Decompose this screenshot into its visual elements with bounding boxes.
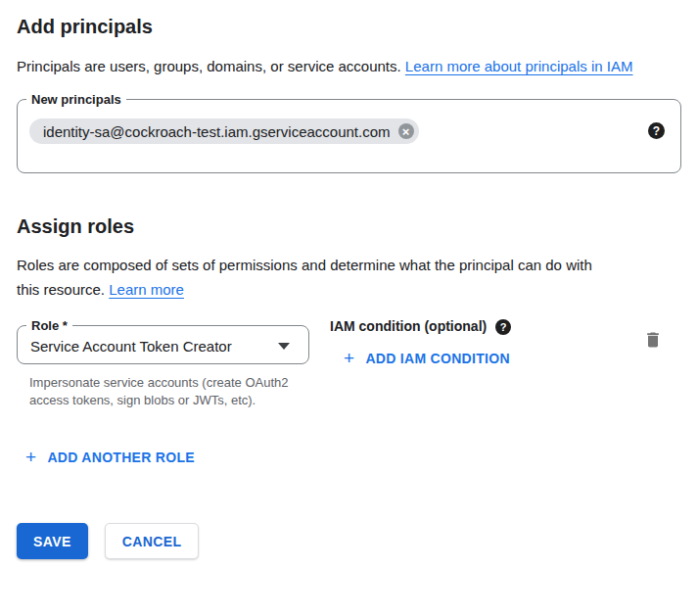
principal-chip: identity-sa@cockroach-test.iam.gservicea… (29, 118, 419, 144)
role-selected-value: Service Account Token Creator (30, 338, 232, 355)
arrow-drop-down-icon (278, 343, 290, 350)
add-iam-condition-button[interactable]: + ADD IAM CONDITION (344, 350, 510, 367)
iam-condition-label: IAM condition (optional) (330, 318, 487, 335)
action-buttons: SAVE CANCEL (17, 523, 681, 559)
trash-icon (643, 330, 663, 350)
assign-roles-title: Assign roles (17, 214, 681, 238)
principal-chip-label: identity-sa@cockroach-test.iam.gservicea… (43, 123, 391, 140)
role-select[interactable]: Role * Service Account Token Creator (17, 325, 309, 364)
roles-description: Roles are composed of sets of permission… (17, 253, 614, 302)
add-iam-condition-label: ADD IAM CONDITION (365, 351, 509, 366)
iam-condition-column: IAM condition (optional) ? + ADD IAM CON… (330, 318, 511, 368)
roles-description-text: Roles are composed of sets of permission… (17, 257, 592, 298)
save-button[interactable]: SAVE (17, 523, 88, 559)
add-another-role-label: ADD ANOTHER ROLE (47, 450, 195, 465)
new-principals-field[interactable]: New principals identity-sa@cockroach-tes… (17, 99, 681, 173)
role-label: Role * (26, 318, 72, 333)
new-principals-label: New principals (26, 92, 126, 107)
learn-more-principals-link[interactable]: Learn more about principals in IAM (405, 58, 633, 74)
role-row: Role * Service Account Token Creator Imp… (17, 318, 681, 409)
principals-description-text: Principals are users, groups, domains, o… (17, 58, 401, 74)
page-title: Add principals (17, 15, 681, 38)
new-principals-help-icon[interactable]: ? (648, 122, 665, 139)
principals-description: Principals are users, groups, domains, o… (17, 54, 663, 78)
cancel-button[interactable]: CANCEL (105, 523, 200, 559)
learn-more-roles-link[interactable]: Learn more (109, 281, 184, 298)
plus-icon: + (344, 350, 354, 367)
delete-column (643, 318, 681, 354)
add-another-role-button[interactable]: + ADD ANOTHER ROLE (25, 449, 195, 466)
add-principals-panel: Add principals Principals are users, gro… (0, 0, 698, 559)
iam-condition-help-icon[interactable]: ? (495, 319, 511, 335)
role-helper-text: Impersonate service accounts (create OAu… (29, 374, 307, 409)
role-column: Role * Service Account Token Creator Imp… (17, 318, 309, 409)
plus-icon: + (25, 449, 36, 466)
chip-remove-icon[interactable]: × (398, 123, 414, 139)
delete-role-button[interactable] (643, 330, 663, 353)
